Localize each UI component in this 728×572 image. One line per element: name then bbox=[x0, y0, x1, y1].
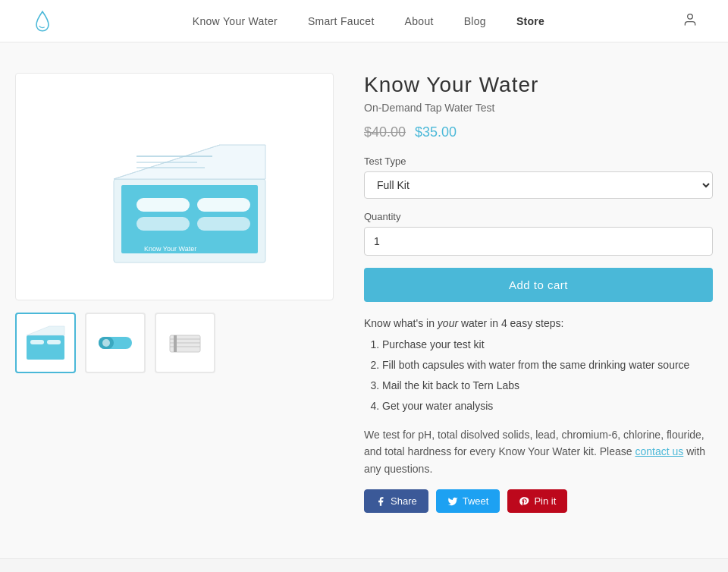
nav-blog[interactable]: Blog bbox=[464, 15, 486, 27]
step-2: Fill both capsules with water from the s… bbox=[382, 357, 713, 373]
thumbnail-list bbox=[15, 313, 334, 373]
share-pinterest-label: Pin it bbox=[534, 495, 556, 507]
svg-rect-12 bbox=[30, 340, 44, 344]
price-sale: $35.00 bbox=[415, 124, 457, 140]
facebook-icon bbox=[375, 496, 386, 507]
product-subtitle: On-Demand Tap Water Test bbox=[364, 102, 713, 114]
step-4: Get your water analysis bbox=[382, 398, 713, 414]
svg-text:Know Your Water: Know Your Water bbox=[144, 245, 196, 253]
svg-rect-7 bbox=[197, 198, 250, 212]
product-gallery: Know Your Water bbox=[15, 73, 334, 513]
twitter-icon bbox=[447, 496, 458, 507]
step-3: Mail the kit back to Tern Labs bbox=[382, 378, 713, 394]
price-original: $40.00 bbox=[364, 124, 406, 140]
nav-smart-faucet[interactable]: Smart Faucet bbox=[308, 15, 375, 27]
svg-rect-13 bbox=[47, 340, 61, 344]
steps-intro-pre: Know what's in bbox=[364, 317, 438, 329]
quantity-input[interactable] bbox=[364, 227, 713, 256]
logo[interactable] bbox=[30, 9, 55, 33]
product-info: Know Your Water On-Demand Tap Water Test… bbox=[364, 73, 713, 513]
share-pinterest-button[interactable]: Pin it bbox=[507, 489, 567, 513]
steps-intro-italic: your bbox=[438, 317, 458, 329]
test-type-select[interactable]: Full Kit Refill Kit bbox=[364, 171, 713, 199]
nav-store[interactable]: Store bbox=[516, 15, 544, 27]
steps-list: Purchase your test kit Fill both capsule… bbox=[364, 337, 713, 414]
header-icons bbox=[682, 12, 698, 30]
svg-rect-21 bbox=[174, 335, 177, 352]
step-1: Purchase your test kit bbox=[382, 337, 713, 353]
quantity-field: Quantity bbox=[364, 211, 713, 256]
svg-point-0 bbox=[688, 14, 693, 20]
svg-rect-6 bbox=[136, 198, 190, 212]
test-type-field: Test Type Full Kit Refill Kit bbox=[364, 156, 713, 211]
steps-intro-post: water in 4 easy steps: bbox=[458, 317, 563, 329]
contact-link[interactable]: contact us bbox=[635, 445, 683, 457]
quantity-label: Quantity bbox=[364, 211, 713, 222]
pinterest-icon bbox=[519, 496, 529, 507]
test-type-label: Test Type bbox=[364, 156, 713, 167]
svg-rect-11 bbox=[27, 335, 64, 360]
main-product-image: Know Your Water bbox=[15, 73, 334, 300]
share-twitter-label: Tweet bbox=[463, 495, 489, 507]
product-title: Know Your Water bbox=[364, 73, 713, 97]
main-content: Know Your Water bbox=[0, 42, 728, 558]
footer: © 2018, Tern Water bbox=[0, 558, 728, 572]
price-section: $40.00 $35.00 bbox=[364, 124, 713, 140]
nav-about[interactable]: About bbox=[405, 15, 434, 27]
nav-know-your-water[interactable]: Know Your Water bbox=[193, 15, 278, 27]
svg-rect-8 bbox=[136, 217, 190, 231]
share-twitter-button[interactable]: Tweet bbox=[436, 489, 500, 513]
svg-point-16 bbox=[102, 339, 110, 347]
share-section: Share Tweet Pin it bbox=[364, 489, 713, 513]
add-to-cart-button[interactable]: Add to cart bbox=[364, 268, 713, 302]
thumbnail-2[interactable] bbox=[85, 313, 146, 373]
share-facebook-button[interactable]: Share bbox=[364, 489, 428, 513]
thumbnail-1[interactable] bbox=[15, 313, 76, 373]
thumbnail-3[interactable] bbox=[155, 313, 215, 373]
svg-rect-9 bbox=[197, 217, 250, 231]
header: Know Your Water Smart Faucet About Blog … bbox=[0, 0, 728, 42]
product-description: We test for pH, total disolved solids, l… bbox=[364, 426, 713, 477]
share-facebook-label: Share bbox=[391, 495, 417, 507]
steps-intro: Know what's in your water in 4 easy step… bbox=[364, 317, 713, 329]
main-nav: Know Your Water Smart Faucet About Blog … bbox=[193, 15, 544, 27]
account-icon[interactable] bbox=[682, 12, 698, 30]
